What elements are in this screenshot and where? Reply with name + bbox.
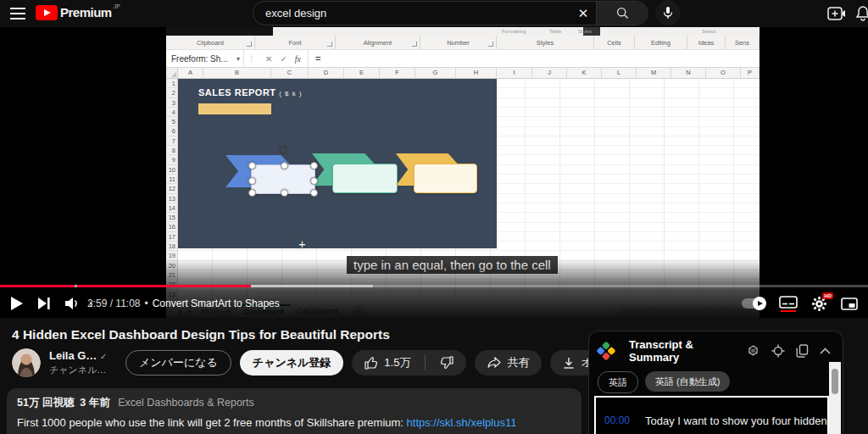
notifications-button[interactable] bbox=[853, 3, 868, 24]
next-icon bbox=[38, 298, 50, 309]
like-count: 1.5万 bbox=[384, 355, 410, 370]
row-number: 4 bbox=[166, 108, 177, 117]
smartart-card-yellow bbox=[414, 164, 477, 193]
video-progress-bar[interactable] bbox=[0, 285, 868, 287]
row-number: 12 bbox=[166, 184, 177, 193]
excel-formula-bar: Freeform: Sh... ▾ ⋮ ✕ ✓ fx = bbox=[166, 50, 760, 68]
search-input[interactable] bbox=[253, 6, 570, 20]
column-header: C bbox=[271, 68, 309, 78]
like-button[interactable] bbox=[364, 356, 378, 370]
ribbon-group: Number bbox=[420, 36, 497, 49]
share-button[interactable]: 共有 bbox=[475, 350, 542, 376]
play-button[interactable] bbox=[10, 297, 23, 310]
transcript-rows: 00:00Today I want to show you four hidde… bbox=[596, 398, 827, 434]
ribbon-group: Alignment bbox=[336, 36, 420, 49]
subscribe-button[interactable]: チャンネル登録 bbox=[240, 350, 344, 376]
transcript-scrollbar[interactable] bbox=[829, 362, 841, 434]
row-number: 3 bbox=[166, 98, 177, 108]
youtube-watch-page: { "colors":{"brand_red":"#ff0000","link_… bbox=[0, 0, 868, 434]
upload-age: 3 年前 bbox=[80, 397, 109, 409]
column-header: E bbox=[344, 68, 380, 78]
search-button[interactable] bbox=[596, 2, 648, 25]
bell-icon bbox=[855, 5, 868, 22]
scrollbar-thumb[interactable] bbox=[832, 369, 838, 394]
row-number: 16 bbox=[166, 222, 177, 231]
column-header: D bbox=[309, 68, 344, 78]
column-header: B bbox=[203, 68, 271, 78]
chapter-title[interactable]: Convert SmartArt to Shapes bbox=[153, 298, 280, 309]
subtitles-button[interactable] bbox=[779, 296, 798, 312]
description-text: First 1000 people who use the link will … bbox=[17, 416, 571, 429]
description-link[interactable]: https://skl.sh/xelplus11 bbox=[407, 416, 517, 429]
clear-search-icon[interactable]: ✕ bbox=[570, 2, 596, 25]
view-count: 51万 回視聴 bbox=[17, 397, 74, 409]
openai-icon[interactable] bbox=[746, 344, 760, 359]
ribbon-group: Styles bbox=[497, 36, 594, 49]
hamburger-menu-icon[interactable] bbox=[10, 8, 25, 19]
transcript-timestamp[interactable]: 00:00 bbox=[604, 415, 635, 427]
volume-icon bbox=[65, 297, 81, 310]
subtitles-icon bbox=[779, 296, 798, 309]
autoplay-toggle[interactable] bbox=[742, 298, 765, 309]
verified-icon: ✓ bbox=[100, 352, 107, 361]
ribbon-group: Font bbox=[255, 36, 336, 49]
smartart-card-green bbox=[332, 164, 398, 193]
settings-button[interactable]: HD bbox=[812, 297, 826, 311]
share-icon bbox=[487, 357, 501, 369]
row-number: 14 bbox=[166, 203, 177, 213]
next-button[interactable] bbox=[38, 298, 50, 309]
copy-icon[interactable] bbox=[796, 344, 809, 358]
name-box-caret-icon: ▾ bbox=[236, 55, 240, 63]
rotate-handle-icon bbox=[278, 145, 289, 156]
masthead: Premium JP ✕ bbox=[0, 0, 868, 27]
selection-handle bbox=[310, 189, 318, 197]
volume-button[interactable] bbox=[65, 297, 81, 310]
channel-name[interactable]: Leila G… ✓ bbox=[49, 350, 112, 363]
ribbon-top-label: Formatting bbox=[502, 29, 526, 34]
voice-search-button[interactable] bbox=[655, 0, 681, 25]
excel-ribbon-groups: ClipboardFontAlignmentNumberStylesCellsE… bbox=[166, 36, 760, 50]
ribbon-group: Cells bbox=[594, 36, 635, 49]
ribbon-top-label: Table bbox=[549, 29, 561, 34]
collapse-chevron-icon[interactable] bbox=[820, 348, 831, 354]
selection-handle bbox=[310, 162, 318, 170]
search-icon bbox=[616, 7, 629, 19]
logo-text: Premium bbox=[60, 5, 112, 20]
select-all-corner bbox=[166, 68, 178, 78]
language-chip[interactable]: 英語 (自動生成) bbox=[645, 371, 730, 392]
video-meta: 51万 回視聴 3 年前 Excel Dashboards & Reports bbox=[17, 396, 571, 410]
transcript-title: Transcript & Summary bbox=[629, 338, 746, 364]
language-chip[interactable]: 英語 bbox=[598, 371, 638, 393]
transcript-row[interactable]: 00:00Today I want to show you four hidde… bbox=[596, 413, 827, 432]
excel-column-headers: ABCDEFGHIJKLMNOP bbox=[166, 68, 760, 79]
selection-handle bbox=[248, 177, 256, 185]
ribbon-top-label: Select bbox=[702, 29, 716, 34]
channel-row: Leila G… ✓ チャンネル… メンバーになる チャンネル登録 1.5万 共… bbox=[12, 348, 684, 377]
join-button[interactable]: メンバーになる bbox=[125, 350, 231, 376]
ribbon-top-label: Styles bbox=[578, 29, 592, 34]
locate-icon[interactable] bbox=[771, 344, 785, 358]
column-header: P bbox=[741, 68, 760, 78]
autoplay-knob-icon bbox=[753, 297, 766, 310]
ribbon-group: Ideas bbox=[687, 36, 726, 49]
video-player[interactable]: FormattingTableStylesSelect ClipboardFon… bbox=[0, 27, 868, 318]
miniplayer-button[interactable] bbox=[841, 298, 858, 310]
video-topic: Excel Dashboards & Reports bbox=[118, 397, 254, 409]
row-number: 1 bbox=[166, 79, 177, 88]
player-controls: 2:59 / 11:08 • Convert SmartArt to Shape… bbox=[0, 289, 868, 318]
dialog-launcher-icon bbox=[327, 42, 332, 47]
ribbon-group: Sens bbox=[726, 36, 760, 49]
progress-played-chapter1 bbox=[0, 285, 75, 287]
description-card[interactable]: 51万 回視聴 3 年前 Excel Dashboards & Reports … bbox=[7, 388, 581, 434]
create-video-button[interactable] bbox=[826, 3, 848, 24]
youtube-premium-logo[interactable]: Premium JP bbox=[36, 5, 120, 20]
transcript-panel: Transcript & Summary 英語英語 (自動生成) 00:00To… bbox=[588, 331, 843, 434]
column-header: O bbox=[706, 68, 741, 78]
dislike-button[interactable] bbox=[440, 356, 453, 370]
mic-icon bbox=[662, 6, 674, 19]
like-dislike-group: 1.5万 bbox=[352, 350, 466, 376]
row-number: 10 bbox=[166, 165, 177, 175]
column-header: J bbox=[532, 68, 567, 78]
insert-function-icon: fx bbox=[295, 54, 301, 64]
channel-avatar[interactable] bbox=[12, 348, 41, 377]
